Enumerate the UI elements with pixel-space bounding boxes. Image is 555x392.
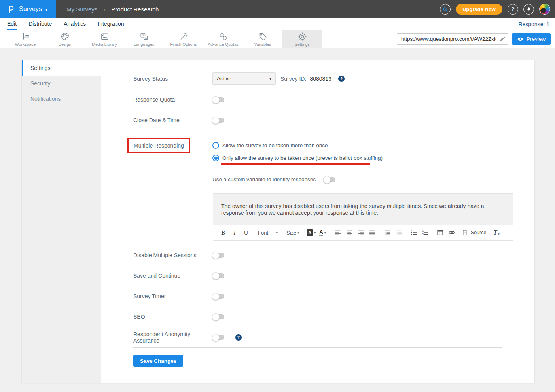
survey-timer-toggle[interactable] [212, 294, 224, 299]
survey-status-value: Active [217, 76, 231, 81]
survey-mode-tabs: Edit Distribute Analytics Integration Re… [0, 18, 555, 30]
font-dropdown[interactable]: Font ▾ [256, 228, 279, 238]
question-mark-icon: ? [511, 6, 515, 12]
source-button[interactable]: Source [462, 228, 487, 238]
survey-id-label: Survey ID: [280, 76, 306, 82]
sidebar-item-settings[interactable]: Settings [22, 60, 101, 76]
breadcrumb: My Surveys › Product Research [66, 0, 159, 18]
ribbon-item-languages[interactable]: 文 A Languages [124, 30, 164, 48]
link-icon-button[interactable] [447, 228, 457, 238]
table-button[interactable] [436, 228, 445, 238]
ribbon-item-design[interactable]: Design [45, 30, 85, 48]
outdent-button[interactable] [394, 228, 403, 238]
survey-id-value: 8080813 [310, 76, 331, 82]
product-name: Surveys [19, 6, 42, 13]
align-left-button[interactable] [333, 228, 343, 238]
questionpro-logo-icon [6, 4, 15, 14]
seo-row: SEO [133, 313, 513, 321]
avatar[interactable] [539, 4, 550, 15]
survey-url-field-wrap [397, 33, 508, 45]
rich-text-toolbar: B I U Font ▾ Size ▾ A ▾ [213, 225, 513, 240]
survey-timer-row: Survey Timer [133, 292, 513, 300]
edit-url-pencil-icon[interactable] [499, 36, 506, 42]
ribbon-label: Languages [134, 42, 154, 47]
settings-sidebar: Settings Security Notifications [22, 60, 101, 383]
remove-format-button[interactable]: T x [492, 228, 501, 238]
radio-unselected-icon[interactable] [212, 142, 219, 149]
save-continue-toggle[interactable] [212, 273, 224, 278]
svg-text:A: A [145, 36, 147, 39]
anonymity-toggle[interactable] [212, 335, 224, 340]
ribbon-item-media-library[interactable]: Media Library [85, 30, 124, 48]
ribbon-label: Finish Options [170, 42, 197, 47]
ribbon-item-finish-options[interactable]: Finish Options [164, 30, 203, 48]
align-justify-button[interactable] [367, 228, 377, 238]
gear-icon [297, 32, 307, 42]
ribbon-item-variables[interactable]: Variables [243, 30, 282, 48]
preview-button[interactable]: Preview [512, 33, 551, 45]
ribbon-item-advance-quotas[interactable]: Advance Quotas [203, 30, 243, 48]
breadcrumb-my-surveys[interactable]: My Surveys [66, 6, 97, 13]
italic-button[interactable]: I [230, 228, 239, 238]
top-header: Surveys ▾ My Surveys › Product Research … [0, 0, 555, 18]
sidebar-item-notifications[interactable]: Notifications [22, 91, 101, 106]
settings-form: Survey Status Active ▾ Survey ID: 808081… [101, 60, 534, 383]
breadcrumb-current-survey: Product Research [111, 6, 159, 13]
app-logo[interactable]: Surveys ▾ [0, 0, 56, 18]
help-button[interactable]: ? [508, 4, 518, 15]
custom-variable-row: Use a custom variable to identify respon… [212, 176, 513, 182]
save-changes-button[interactable]: Save Changes [133, 355, 183, 367]
bell-icon [526, 6, 532, 12]
upgrade-button[interactable]: Upgrade Now [456, 4, 502, 15]
background-color-button[interactable]: A ▾ [307, 228, 316, 238]
radio-allow-multiple[interactable]: Allow the survey to be taken more than o… [212, 142, 383, 149]
save-continue-row: Save and Continue [133, 272, 513, 280]
tab-edit[interactable]: Edit [7, 18, 17, 30]
search-button[interactable] [440, 4, 451, 15]
annotation-red-box: Multiple Responding [127, 138, 190, 153]
survey-id-help-icon[interactable]: ? [338, 76, 345, 82]
seo-toggle[interactable] [212, 314, 224, 319]
ribbon-item-workspace[interactable]: Workspace [6, 30, 45, 48]
bold-button[interactable]: B [218, 228, 228, 238]
close-date-label: Close Date & Time [133, 117, 212, 123]
response-quota-toggle[interactable] [212, 97, 224, 102]
close-date-row: Close Date & Time [133, 116, 513, 124]
radio-only-once[interactable]: Only allow the survey to be taken once (… [212, 155, 383, 161]
ribbon-label: Media Library [92, 42, 117, 47]
tab-integration[interactable]: Integration [98, 18, 124, 30]
ribbon-item-settings[interactable]: Settings [282, 30, 322, 48]
numbered-list-button[interactable]: 12 [421, 228, 430, 238]
sidebar-item-security[interactable]: Security [22, 76, 101, 91]
tab-distribute[interactable]: Distribute [28, 18, 52, 30]
custom-variable-toggle[interactable] [324, 177, 335, 182]
response-count[interactable]: Response: 1 [518, 21, 555, 27]
disable-sessions-row: Disable Multiple Sessions [133, 251, 513, 259]
edit-toolbar: Workspace Design Media Library 文 A [0, 30, 555, 48]
anonymity-row: Respondent Anonymity Assurance ? [133, 333, 513, 341]
disabled-message-editor: The owner of this survey has disabled us… [213, 193, 513, 241]
text-color-icon: A [319, 229, 323, 236]
tab-analytics[interactable]: Analytics [64, 18, 86, 30]
size-dropdown[interactable]: Size ▾ [285, 228, 301, 238]
close-date-toggle[interactable] [212, 118, 224, 123]
chevron-down-icon: ▾ [269, 76, 271, 81]
tag-icon [258, 32, 268, 42]
survey-url-input[interactable] [397, 33, 508, 45]
disabled-message-text[interactable]: The owner of this survey has disabled us… [213, 194, 513, 225]
indent-button[interactable] [383, 228, 392, 238]
anonymity-help-icon[interactable]: ? [235, 334, 242, 341]
survey-status-select[interactable]: Active ▾ [212, 72, 276, 85]
underline-button[interactable]: U [241, 228, 251, 238]
breadcrumb-separator-icon: › [103, 6, 105, 13]
notifications-button[interactable] [523, 4, 534, 15]
response-quota-row: Response Quota [133, 96, 513, 104]
page-body: Settings Security Notifications Survey S… [22, 60, 534, 383]
align-center-button[interactable] [345, 228, 354, 238]
disable-sessions-toggle[interactable] [212, 253, 224, 258]
bullet-list-button[interactable] [409, 228, 419, 238]
ribbon-label: Variables [254, 42, 271, 47]
text-color-button[interactable]: A ▾ [318, 228, 328, 238]
radio-selected-icon[interactable] [212, 155, 219, 161]
align-right-button[interactable] [356, 228, 366, 238]
